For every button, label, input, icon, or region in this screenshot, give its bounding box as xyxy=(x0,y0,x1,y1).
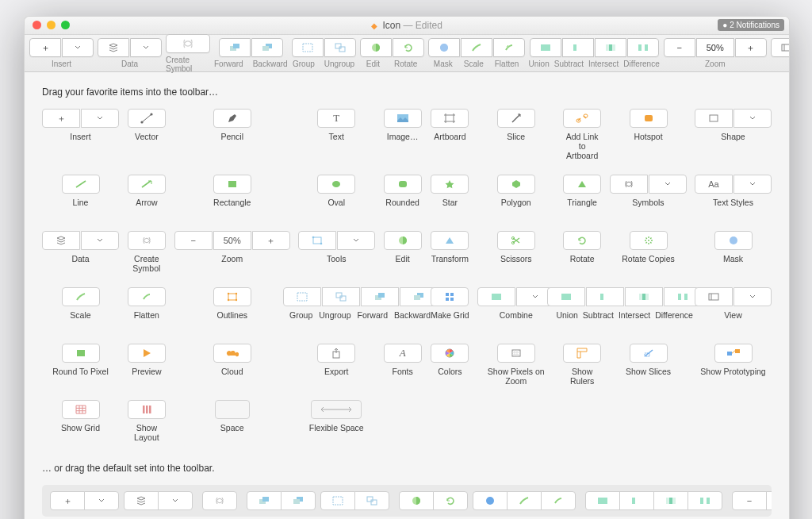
rotate-button[interactable] xyxy=(393,38,424,57)
tile-show-prototyping[interactable]: Show Prototyping xyxy=(695,344,772,386)
chevron-down-icon xyxy=(75,45,81,50)
tile-create-symbol[interactable]: Create Symbol xyxy=(127,231,167,273)
tile-mask[interactable]: Mask xyxy=(695,231,772,273)
tile-group-ungroup[interactable]: GroupUngroupForwardBackward xyxy=(298,287,423,329)
tile-star[interactable]: Star xyxy=(431,175,470,217)
ungroup-button[interactable] xyxy=(324,38,356,57)
svg-rect-6 xyxy=(339,47,345,52)
tile-text-styles[interactable]: AaText Styles xyxy=(695,175,772,217)
rectangle-icon xyxy=(227,179,238,189)
svg-rect-80 xyxy=(146,406,148,413)
toolbar-item-group: GroupUngroup xyxy=(292,38,356,68)
toolbar-item-edit-rotate: EditRotate xyxy=(360,38,424,68)
tile-rotate-copies[interactable]: Rotate Copies xyxy=(610,231,687,273)
scale-button[interactable] xyxy=(461,38,492,57)
tile-insert[interactable]: ＋Insert xyxy=(42,109,119,160)
flatten-button[interactable] xyxy=(493,38,525,57)
tile-cloud[interactable]: Cloud xyxy=(174,344,290,386)
tile-tools[interactable]: Tools xyxy=(298,231,375,273)
tile-shape[interactable]: Shape xyxy=(695,109,772,160)
tile-vector[interactable]: Vector xyxy=(127,109,167,160)
svg-rect-81 xyxy=(149,406,151,413)
toolbar-item-data: Data xyxy=(98,38,162,68)
zoom-in-button[interactable]: ＋ xyxy=(735,38,767,57)
tile-oval[interactable]: Oval xyxy=(298,175,375,217)
tile-symbols[interactable]: Symbols xyxy=(610,175,687,217)
union-button[interactable] xyxy=(530,38,561,57)
insert-button[interactable]: ＋ xyxy=(29,38,61,57)
tile-image[interactable]: Image… xyxy=(383,109,423,160)
tile-pencil[interactable]: Pencil xyxy=(174,109,290,160)
mask-button[interactable] xyxy=(428,38,460,57)
forward-button[interactable] xyxy=(219,38,251,57)
tile-show-grid[interactable]: Show Grid xyxy=(42,400,119,442)
tile-edit[interactable]: Edit xyxy=(383,231,423,273)
tile-space[interactable]: Space xyxy=(174,400,290,442)
tile-view[interactable]: View xyxy=(695,287,772,329)
tile-combine[interactable]: Combine xyxy=(477,287,554,329)
main-toolbar: ＋ Insert Data Create Symbol ForwardBackw… xyxy=(25,35,789,72)
tile-add-link[interactable]: Add Link to Artboard xyxy=(562,109,602,160)
group-button[interactable] xyxy=(292,38,324,57)
cloud-icon xyxy=(226,348,239,358)
tile-flexible-space[interactable]: Flexible Space xyxy=(298,400,375,442)
zoom-out-button[interactable]: − xyxy=(664,38,695,57)
toolbar-label: Intersect xyxy=(588,60,619,68)
svg-rect-56 xyxy=(446,298,449,301)
tile-boolean-set[interactable]: UnionSubtractIntersectDifference xyxy=(562,287,687,329)
space-icon xyxy=(215,400,250,419)
svg-rect-97 xyxy=(669,498,672,504)
tile-scale[interactable]: Scale xyxy=(42,287,119,329)
subtract-button[interactable] xyxy=(562,38,594,57)
tile-hotspot[interactable]: Hotspot xyxy=(610,109,687,160)
tile-make-grid[interactable]: Make Grid xyxy=(431,287,470,329)
tile-outlines[interactable]: Outlines xyxy=(174,287,290,329)
tile-triangle[interactable]: Triangle xyxy=(562,175,602,217)
tile-rounded[interactable]: Rounded xyxy=(383,175,423,217)
toolbar-label: Backward xyxy=(253,60,288,68)
tile-arrow[interactable]: Arrow xyxy=(127,175,167,217)
pixels-icon xyxy=(511,348,522,358)
svg-rect-85 xyxy=(293,499,300,504)
tile-show-layout[interactable]: Show Layout xyxy=(127,400,167,442)
toolbar-label: Union xyxy=(529,60,550,68)
hotspot-icon xyxy=(643,113,654,123)
tile-transform[interactable]: Transform xyxy=(431,231,470,273)
svg-rect-87 xyxy=(367,497,373,502)
tile-scissors[interactable]: Scissors xyxy=(477,231,554,273)
svg-point-39 xyxy=(648,240,649,241)
edit-button[interactable] xyxy=(360,38,392,57)
default-instruction: … or drag the default set into the toolb… xyxy=(42,463,772,474)
data-dropdown[interactable] xyxy=(130,38,162,57)
tile-export[interactable]: Export xyxy=(298,344,375,386)
tile-show-pixels[interactable]: Show Pixels on Zoom xyxy=(477,344,554,386)
tile-show-rulers[interactable]: Show Rulers xyxy=(562,344,602,386)
group-icon xyxy=(302,43,313,52)
shape-icon xyxy=(709,114,718,122)
tile-polygon[interactable]: Polygon xyxy=(477,175,554,217)
default-toolbar-set[interactable]: ＋ −50%＋ » xyxy=(42,485,772,517)
tile-fonts[interactable]: AFonts xyxy=(383,344,423,386)
tile-round-pixel[interactable]: Round To Pixel xyxy=(42,344,119,386)
notifications-pill[interactable]: ● 2 Notifications xyxy=(718,19,784,31)
tile-zoom[interactable]: −50%＋Zoom xyxy=(174,231,290,273)
tile-slice[interactable]: Slice xyxy=(477,109,554,160)
intersect-button[interactable] xyxy=(595,38,626,57)
view-button[interactable] xyxy=(771,38,790,57)
tile-preview[interactable]: Preview xyxy=(127,344,167,386)
backward-button[interactable] xyxy=(251,38,283,57)
svg-rect-69 xyxy=(681,294,684,300)
tile-data[interactable]: Data xyxy=(42,231,119,273)
insert-dropdown[interactable] xyxy=(62,38,94,57)
difference-button[interactable] xyxy=(627,38,659,57)
tile-colors[interactable]: Colors xyxy=(431,344,470,386)
data-button[interactable] xyxy=(98,38,129,57)
tile-rotate[interactable]: Rotate xyxy=(562,231,602,273)
tile-show-slices[interactable]: Show Slices xyxy=(610,344,687,386)
tile-text[interactable]: TText xyxy=(298,109,375,160)
tile-line[interactable]: Line xyxy=(42,175,119,217)
tile-rectangle[interactable]: Rectangle xyxy=(174,175,290,217)
tile-flatten[interactable]: Flatten xyxy=(127,287,167,329)
create-symbol-button[interactable] xyxy=(166,34,210,53)
tile-artboard[interactable]: Artboard xyxy=(431,109,470,160)
